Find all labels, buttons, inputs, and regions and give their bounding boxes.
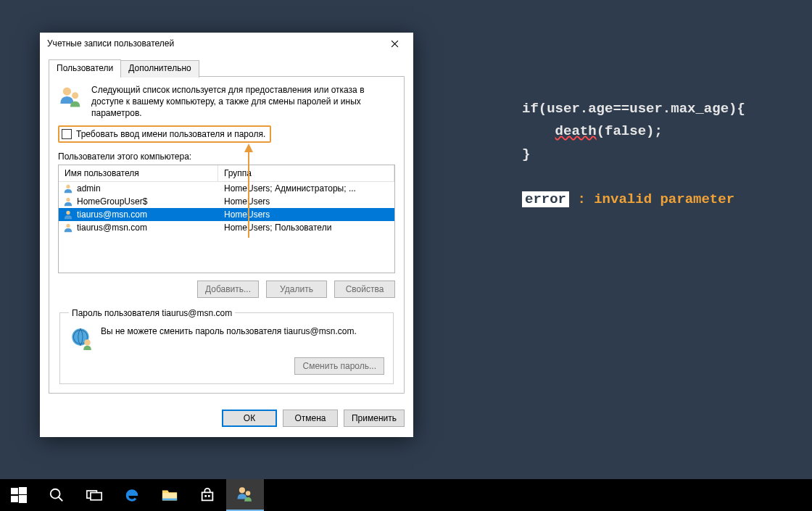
ok-button[interactable]: ОК [222, 410, 277, 427]
svg-point-4 [66, 210, 70, 214]
close-icon [391, 40, 399, 48]
delete-button[interactable]: Удалить [266, 281, 327, 298]
dialog-button-row: ОК Отмена Применить [40, 402, 413, 437]
svg-line-15 [59, 497, 63, 502]
tabs: Пользователи Дополнительно [49, 59, 405, 77]
svg-rect-13 [19, 495, 27, 503]
add-button[interactable]: Добавить... [197, 281, 259, 298]
tab-body: Следующий список используется для предос… [49, 76, 405, 394]
group-cell: HomeUsers [218, 209, 394, 220]
svg-rect-19 [162, 499, 177, 501]
require-login-label: Требовать ввод имени пользователя и паро… [76, 129, 265, 139]
list-header[interactable]: Имя пользователя Группа [59, 165, 394, 182]
username-cell: tiaurus@msn.com [77, 223, 147, 233]
tab-advanced[interactable]: Дополнительно [120, 60, 199, 78]
username-cell: admin [77, 183, 101, 194]
password-group: Пароль пользователя tiaurus@msn.com Вы н… [59, 308, 394, 384]
svg-point-23 [246, 491, 251, 496]
search-button[interactable] [38, 479, 75, 511]
username-cell: HomeGroupUser$ [77, 196, 147, 207]
users-list[interactable]: Имя пользователя Группа adminHomeUsers; … [58, 165, 395, 273]
group-cell: HomeUsers; Администраторы; ... [218, 183, 394, 194]
svg-rect-20 [204, 495, 207, 497]
list-caption: Пользователи этого компьютера: [58, 151, 395, 162]
windows-icon [11, 487, 27, 503]
task-view-icon [86, 487, 102, 503]
svg-point-5 [66, 223, 70, 227]
explorer-button[interactable] [151, 479, 188, 511]
require-login-row[interactable]: Требовать ввод имени пользователя и паро… [58, 125, 271, 143]
properties-button[interactable]: Свойства [334, 281, 395, 298]
change-password-button[interactable]: Сменить пароль... [294, 357, 384, 375]
globe-user-icon [69, 325, 94, 350]
store-icon [199, 487, 215, 503]
user-icon [63, 223, 73, 233]
table-row[interactable]: tiaurus@msn.comHomeUsers; Пользователи [59, 221, 394, 234]
svg-point-3 [66, 197, 70, 201]
edge-button[interactable] [113, 479, 151, 511]
titlebar[interactable]: Учетные записи пользователей [40, 33, 413, 54]
svg-point-2 [66, 184, 70, 188]
user-accounts-task-button[interactable] [226, 479, 264, 511]
user-icon [63, 183, 73, 194]
username-cell: tiaurus@msn.com [77, 209, 147, 220]
col-group[interactable]: Группа [218, 165, 394, 181]
svg-rect-11 [19, 487, 27, 494]
table-row[interactable]: adminHomeUsers; Администраторы; ... [59, 182, 394, 195]
taskbar[interactable] [0, 479, 812, 511]
intro-text: Следующий список используется для предос… [91, 84, 395, 120]
users-task-icon [236, 485, 254, 504]
require-login-checkbox[interactable] [62, 129, 72, 139]
users-icon [58, 84, 84, 110]
svg-rect-17 [91, 493, 102, 500]
table-row[interactable]: tiaurus@msn.comHomeUsers [59, 208, 394, 221]
svg-point-7 [84, 339, 91, 346]
user-accounts-dialog: Учетные записи пользователей Пользовател… [40, 33, 413, 437]
svg-rect-21 [208, 495, 210, 497]
svg-point-22 [239, 487, 245, 493]
table-row[interactable]: HomeGroupUser$HomeUsers [59, 195, 394, 208]
password-legend: Пароль пользователя tiaurus@msn.com [69, 308, 235, 318]
group-cell: HomeUsers [218, 196, 394, 207]
dialog-title: Учетные записи пользователей [47, 38, 378, 49]
user-icon [63, 196, 73, 207]
svg-rect-12 [11, 496, 18, 502]
wallpaper-code: if(user.age==user.max_age){ death(false)… [522, 98, 745, 212]
cancel-button[interactable]: Отмена [283, 410, 338, 427]
start-button[interactable] [0, 479, 38, 511]
apply-button[interactable]: Применить [344, 410, 405, 427]
svg-point-0 [63, 88, 71, 96]
edge-icon [124, 487, 140, 503]
password-text: Вы не можете сменить пароль пользователя… [101, 325, 357, 337]
tab-users[interactable]: Пользователи [49, 59, 121, 77]
svg-point-14 [51, 489, 60, 499]
task-view-button[interactable] [75, 479, 113, 511]
svg-rect-10 [11, 488, 18, 494]
svg-point-1 [72, 92, 78, 99]
store-button[interactable] [188, 479, 226, 511]
folder-icon [162, 487, 178, 503]
close-button[interactable] [378, 33, 410, 54]
col-username[interactable]: Имя пользователя [59, 165, 218, 181]
user-icon [63, 209, 73, 220]
search-icon [49, 487, 65, 503]
group-cell: HomeUsers; Пользователи [218, 223, 394, 233]
